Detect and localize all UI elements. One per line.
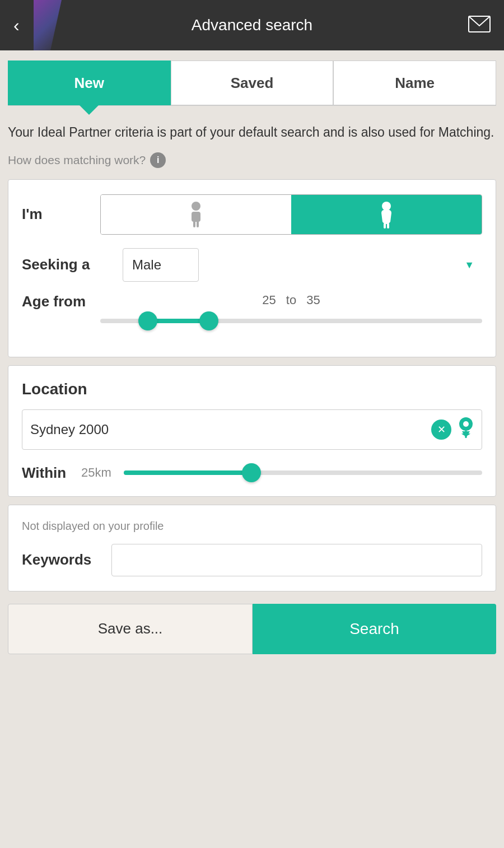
- female-icon: [376, 201, 397, 229]
- age-section: Age from 25 to 35: [22, 293, 482, 329]
- within-label: Within: [22, 464, 72, 482]
- tabs-container: New Saved Name: [8, 60, 496, 106]
- svg-point-9: [463, 421, 469, 427]
- matching-link-text: How does matching work?: [8, 153, 146, 167]
- age-row: Age from 25 to 35: [22, 293, 482, 329]
- location-title: Location: [22, 380, 482, 398]
- svg-rect-2: [192, 212, 200, 222]
- male-gender-button[interactable]: [101, 195, 291, 234]
- mail-icon[interactable]: [468, 16, 491, 35]
- within-value: 25km: [81, 465, 115, 480]
- within-row: Within 25km: [22, 464, 482, 482]
- seeking-select-wrapper: Male Female Everyone ▼: [111, 248, 482, 282]
- info-description: Your Ideal Partner criteria is part of y…: [0, 106, 504, 148]
- age-slider-container: 25 to 35: [100, 293, 482, 329]
- seeking-select[interactable]: Male Female Everyone: [123, 248, 199, 282]
- gender-toggle: [100, 194, 482, 235]
- im-label: I'm: [22, 206, 100, 223]
- bottom-buttons: Save as... Search: [8, 604, 496, 654]
- age-range-display: 25 to 35: [100, 293, 482, 307]
- info-icon: i: [150, 152, 166, 168]
- age-slider-track[interactable]: [100, 319, 482, 323]
- keywords-input[interactable]: [111, 544, 482, 576]
- tab-saved[interactable]: Saved: [171, 60, 334, 105]
- age-to-word: to: [286, 293, 296, 307]
- keywords-card: Not displayed on your profile Keywords: [8, 505, 496, 591]
- matching-link[interactable]: How does matching work? i: [0, 148, 504, 179]
- within-slider-thumb[interactable]: [242, 463, 261, 482]
- keywords-label: Keywords: [22, 551, 111, 569]
- header-accent: [34, 0, 62, 50]
- save-as-button[interactable]: Save as...: [8, 604, 253, 654]
- back-button[interactable]: ‹: [13, 15, 20, 36]
- age-from-value: 25: [262, 293, 276, 307]
- close-icon: ✕: [437, 423, 446, 436]
- age-to-value: 35: [306, 293, 320, 307]
- svg-rect-3: [193, 221, 195, 227]
- location-input-row: ✕: [22, 409, 482, 450]
- header: ‹ Advanced search: [0, 0, 504, 50]
- tab-name[interactable]: Name: [333, 60, 496, 105]
- male-icon: [185, 201, 207, 229]
- not-displayed-text: Not displayed on your profile: [22, 520, 482, 533]
- location-input[interactable]: [30, 422, 431, 437]
- seeking-label: Seeking a: [22, 256, 100, 273]
- tab-new[interactable]: New: [8, 60, 171, 105]
- seeking-row: Seeking a Male Female Everyone ▼: [22, 248, 482, 282]
- svg-point-5: [382, 202, 391, 211]
- page-title: Advanced search: [192, 16, 312, 34]
- age-label: Age from: [22, 293, 100, 310]
- within-slider-track[interactable]: [124, 470, 482, 475]
- location-pin-icon[interactable]: [458, 417, 474, 442]
- location-clear-button[interactable]: ✕: [431, 420, 451, 440]
- svg-rect-4: [197, 221, 199, 227]
- female-gender-button[interactable]: [291, 195, 482, 234]
- age-slider-thumb-right[interactable]: [199, 311, 218, 330]
- svg-rect-6: [384, 223, 386, 229]
- criteria-card: I'm Seeking a: [8, 179, 496, 357]
- im-row: I'm: [22, 194, 482, 235]
- keywords-row: Keywords: [22, 544, 482, 576]
- age-slider-thumb-left[interactable]: [138, 311, 157, 330]
- location-card: Location ✕ Within 25km: [8, 365, 496, 497]
- svg-rect-7: [387, 223, 389, 229]
- within-slider-fill: [124, 470, 249, 475]
- svg-point-1: [192, 202, 200, 211]
- chevron-down-icon: ▼: [464, 259, 474, 271]
- search-button[interactable]: Search: [253, 604, 496, 654]
